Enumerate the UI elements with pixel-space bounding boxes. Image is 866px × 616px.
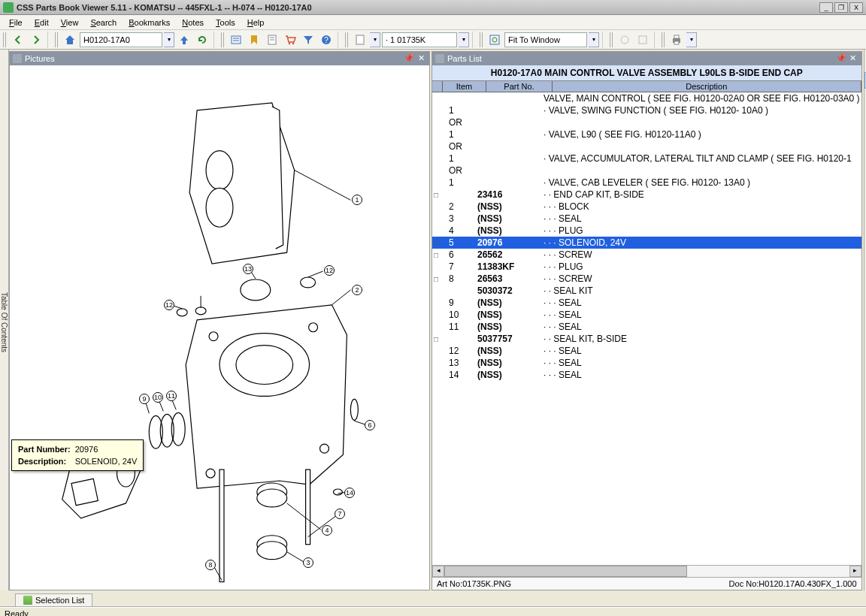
menu-view[interactable]: View (55, 17, 85, 29)
table-row[interactable]: □23416· · END CAP KIT, B-SIDE (432, 189, 861, 201)
pane-close-icon[interactable]: ✕ (416, 53, 426, 64)
zoom-dropdown[interactable]: ▾ (589, 32, 599, 47)
table-row[interactable]: 11(NSS)· · · SEAL (432, 321, 861, 333)
row-checkbox[interactable]: □ (434, 191, 444, 199)
tool-icon-2[interactable] (634, 32, 651, 48)
table-row[interactable]: 1· VALVE, L90 ( SEE FIG. H0120-11A0 ) (432, 128, 861, 140)
pane-pin-icon[interactable]: 📌 (404, 53, 414, 64)
table-row[interactable]: 1· VALVE, SWING FUNCTION ( SEE FIG. H012… (432, 104, 861, 116)
toc-icon[interactable] (228, 32, 244, 48)
col-item[interactable]: Item (443, 81, 486, 92)
callout-1[interactable]: 1 (352, 195, 362, 205)
row-checkbox[interactable]: □ (434, 335, 444, 343)
help-icon[interactable]: ? (318, 32, 335, 48)
page-dropdown[interactable]: ▾ (459, 32, 469, 47)
callout-9[interactable]: 9 (139, 394, 150, 404)
col-check[interactable] (432, 81, 443, 92)
callout-2[interactable]: 2 (352, 285, 362, 295)
notes-icon[interactable] (264, 32, 280, 48)
row-checkbox[interactable]: □ (434, 251, 444, 259)
refresh-icon[interactable] (194, 32, 210, 48)
close-button[interactable]: X (849, 2, 863, 13)
table-row[interactable]: OR (432, 165, 861, 177)
restore-button[interactable]: ❐ (834, 2, 848, 13)
table-row[interactable]: 14(NSS)· · · SEAL (432, 369, 861, 381)
toolbar-grip[interactable] (345, 32, 349, 47)
horizontal-scrollbar[interactable]: ◂ ▸ (432, 565, 861, 577)
menu-bookmarks[interactable]: Bookmarks (123, 17, 176, 29)
table-row[interactable]: 711383KF· · · PLUG (432, 261, 861, 273)
scroll-right-button[interactable]: ▸ (849, 566, 861, 577)
page-nav-dropdown[interactable]: ▾ (370, 32, 380, 47)
col-part[interactable]: Part No. (486, 81, 553, 92)
print-dropdown[interactable]: ▾ (686, 32, 697, 47)
table-row[interactable]: 12(NSS)· · · SEAL (432, 345, 861, 357)
menu-notes[interactable]: Notes (176, 17, 210, 29)
table-row[interactable]: 10(NSS)· · · SEAL (432, 309, 861, 321)
toolbar-grip[interactable] (55, 32, 59, 47)
menu-help[interactable]: Help (241, 17, 271, 29)
scroll-track[interactable] (444, 566, 849, 577)
menu-file[interactable]: File (3, 17, 29, 29)
callout-11[interactable]: 11 (166, 391, 177, 401)
toolbar-grip[interactable] (480, 32, 483, 47)
table-row[interactable]: 1· VALVE, CAB LEVELER ( SEE FIG. H0120- … (432, 177, 861, 189)
toolbar-grip[interactable] (610, 32, 613, 47)
zoom-field[interactable] (504, 32, 587, 47)
callout-10[interactable]: 10 (153, 392, 163, 403)
cart-icon[interactable] (282, 32, 298, 48)
bookmark-icon[interactable] (246, 32, 262, 48)
print-icon[interactable] (668, 32, 685, 48)
tool-icon-1[interactable] (616, 32, 633, 48)
page-nav-button[interactable] (352, 32, 368, 48)
scroll-left-button[interactable]: ◂ (432, 566, 444, 577)
callout-12[interactable]: 12 (164, 300, 174, 310)
toolbar-grip[interactable] (3, 32, 7, 47)
toolbar-grip[interactable] (221, 32, 225, 47)
callout-12b[interactable]: 12 (324, 265, 335, 276)
callout-4[interactable]: 4 (322, 525, 332, 536)
table-row[interactable]: OR (432, 140, 861, 152)
page-field[interactable] (382, 32, 457, 47)
callout-8[interactable]: 8 (205, 560, 216, 570)
table-row[interactable]: 4(NSS)· · · PLUG (432, 225, 861, 237)
callout-14[interactable]: 14 (344, 488, 355, 498)
menu-edit[interactable]: Edit (29, 17, 55, 29)
forward-button[interactable] (28, 32, 44, 48)
callout-7[interactable]: 7 (335, 509, 345, 519)
pane-pin-icon[interactable]: 📌 (836, 53, 846, 64)
location-field[interactable] (80, 32, 162, 47)
row-checkbox[interactable]: □ (434, 275, 444, 283)
minimize-button[interactable]: _ (819, 2, 833, 13)
home-icon[interactable] (62, 32, 78, 48)
parts-rows[interactable]: VALVE, MAIN CONTROL ( SEE FIG. H0120-02A… (432, 92, 861, 565)
back-button[interactable] (10, 32, 26, 48)
row-checkbox[interactable]: □ (434, 239, 444, 247)
toc-sidebar-tab[interactable]: Table Of Contents (0, 50, 9, 590)
selection-list-tab[interactable]: Selection List (15, 593, 92, 606)
callout-3[interactable]: 3 (303, 557, 313, 568)
table-row[interactable]: 3(NSS)· · · SEAL (432, 213, 861, 225)
table-row[interactable]: □826563· · · SCREW (432, 273, 861, 285)
table-row[interactable]: 9(NSS)· · · SEAL (432, 297, 861, 309)
go-up-button[interactable] (176, 32, 192, 48)
callout-6[interactable]: 6 (365, 420, 375, 430)
table-row[interactable]: □520976· · · SOLENOID, 24V (432, 237, 861, 249)
callout-13[interactable]: 13 (243, 264, 253, 274)
table-row[interactable]: □626562· · · SCREW (432, 249, 861, 261)
filter-icon[interactable] (300, 32, 316, 48)
col-desc[interactable]: Description (553, 81, 861, 92)
table-row[interactable]: VALVE, MAIN CONTROL ( SEE FIG. H0120-02A… (432, 92, 861, 104)
picture-viewport[interactable]: 1 2 3 4 6 7 8 9 10 11 12 13 12 14 Part N… (10, 65, 429, 590)
table-row[interactable]: □5037757· · SEAL KIT, B-SIDE (432, 333, 861, 345)
table-row[interactable]: 2(NSS)· · · BLOCK (432, 201, 861, 213)
scroll-thumb[interactable] (444, 566, 687, 577)
location-dropdown[interactable]: ▾ (164, 32, 174, 47)
table-row[interactable]: 1· VALVE, ACCUMULATOR, LATERAL TILT AND … (432, 152, 861, 165)
table-row[interactable]: 5030372· · SEAL KIT (432, 285, 861, 297)
zoom-fit-icon[interactable] (486, 32, 503, 48)
table-row[interactable]: 13(NSS)· · · SEAL (432, 357, 861, 369)
menu-tools[interactable]: Tools (210, 17, 241, 29)
toolbar-grip[interactable] (662, 32, 665, 47)
pane-close-icon[interactable]: ✕ (848, 53, 858, 64)
